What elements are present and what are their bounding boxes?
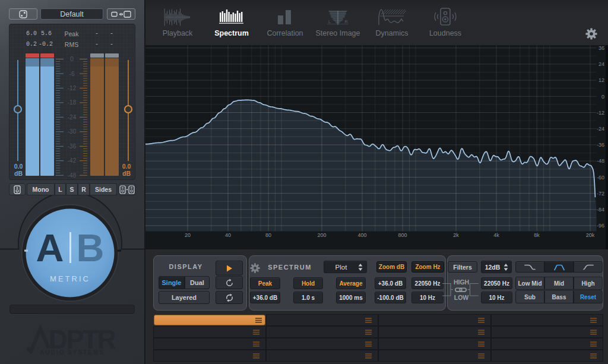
svg-text:-12: -12 xyxy=(597,110,604,116)
svg-text:-36: -36 xyxy=(597,142,604,148)
svg-text:L: L xyxy=(328,20,331,24)
svg-text:36: 36 xyxy=(598,45,604,51)
svg-text:400: 400 xyxy=(357,232,366,238)
svg-text:24: 24 xyxy=(598,61,604,67)
svg-text:R: R xyxy=(345,20,348,24)
svg-text:800: 800 xyxy=(398,232,407,238)
svg-text:-48: -48 xyxy=(597,158,604,164)
svg-text:0: 0 xyxy=(601,94,604,100)
svg-text:-72: -72 xyxy=(597,191,604,197)
svg-text:8k: 8k xyxy=(534,232,540,238)
svg-text:20: 20 xyxy=(185,232,191,238)
svg-text:4k: 4k xyxy=(493,232,499,238)
svg-text:12: 12 xyxy=(598,77,604,83)
svg-text:80: 80 xyxy=(265,232,271,238)
svg-text:-60: -60 xyxy=(597,175,604,181)
svg-text:40: 40 xyxy=(225,232,231,238)
svg-text:-24: -24 xyxy=(597,126,604,132)
svg-text:-84: -84 xyxy=(597,207,604,213)
svg-text:2k: 2k xyxy=(453,232,459,238)
svg-text:20k: 20k xyxy=(586,232,595,238)
svg-text:-96: -96 xyxy=(597,223,604,229)
svg-text:200: 200 xyxy=(317,232,326,238)
